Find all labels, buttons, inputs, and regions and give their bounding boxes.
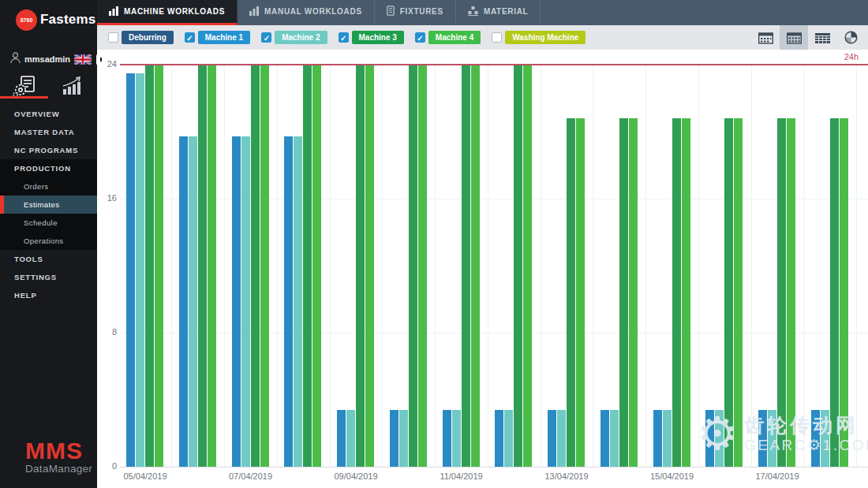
filter-chip[interactable]: Machine 1 [198,31,250,44]
bar-machine-4 [365,65,374,467]
tab-bar: MACHINE WORKLOADSMANUAL WORKLOADSFIXTURE… [97,0,868,25]
sidebar-item-operations[interactable]: Operations [0,232,97,250]
sidebar-item-estimates[interactable]: Estimates [0,196,97,214]
bar-machine-1 [600,410,609,467]
fastems-logo: 8760 Fastems [0,6,97,33]
vertical-gridline [541,65,541,467]
filter-machine-4: Machine 4 [415,31,481,44]
bar-machine-3 [303,65,312,467]
logout-icon[interactable] [95,54,109,65]
active-module-underline [0,96,48,99]
bar-machine-2 [294,136,302,467]
filter-chip[interactable]: Machine 2 [275,31,327,44]
bar-machine-1 [443,410,451,467]
bar-machine-1 [548,410,556,467]
bar-machine-2 [504,410,513,467]
tab-material[interactable]: MATERIAL [456,0,541,25]
bar-machine-4 [840,118,848,467]
bar-machine-2 [557,410,566,467]
tab-fixtures[interactable]: FIXTURES [375,0,456,25]
reports-module-icon[interactable] [48,73,96,99]
bar-machine-3 [198,65,207,467]
vertical-gridline [330,65,331,467]
filter-chip[interactable]: Machine 4 [428,31,481,44]
material-icon [468,6,478,17]
vertical-gridline [803,65,804,467]
bar-machine-4 [734,118,743,467]
capacity-line-label: 24h [844,52,859,61]
x-axis-line [120,467,868,468]
bar-machine-1 [179,136,188,467]
sidebar-item-help[interactable]: HELP [0,286,97,304]
bar-chart-icon [249,6,259,17]
uk-flag-icon[interactable] [74,54,92,65]
sidebar-item-orders[interactable]: Orders [0,177,97,196]
filter-checkbox[interactable] [415,32,425,43]
bar-machine-3 [356,65,365,467]
datamanager-text: DataManager [25,463,92,475]
bar-machine-3 [672,118,681,467]
filter-checkbox[interactable] [492,32,502,43]
bar-machine-4 [629,118,638,467]
vertical-gridline [751,65,752,467]
mms-logo-text: MMS [25,439,92,463]
bar-machine-1 [390,410,398,467]
user-icon [10,52,21,67]
bar-machine-3 [462,65,470,467]
bar-machine-3 [409,65,417,467]
vertical-gridline [488,65,488,467]
bar-machine-2 [346,410,355,467]
filter-checkbox[interactable] [339,32,349,43]
calendar-compact-icon[interactable] [751,25,780,50]
bar-machine-3 [830,118,839,467]
sidebar-item-nc-programs[interactable]: NC PROGRAMS [0,141,97,159]
filter-washing-machine: Washing Machine [492,31,586,44]
bar-machine-3 [619,118,628,467]
bar-machine-1 [284,136,293,467]
vertical-gridline [593,65,593,467]
vertical-gridline [224,65,225,467]
tab-label: MANUAL WORKLOADS [264,7,362,16]
bar-machine-1 [337,410,346,467]
calendar-week-icon[interactable] [780,25,808,50]
tab-machine-workloads[interactable]: MACHINE WORKLOADS [97,0,238,25]
sidebar-item-schedule[interactable]: Schedule [0,214,97,232]
fixture-icon [387,6,395,17]
bar-machine-3 [777,118,786,467]
sidebar-item-tools[interactable]: TOOLS [0,250,97,268]
filter-deburring: Deburring [108,31,174,44]
bar-machine-2 [399,410,408,467]
bar-machine-4 [312,65,321,467]
calendar-dense-icon[interactable] [808,25,836,50]
module-switcher [0,73,97,99]
bar-machine-3 [724,118,733,467]
capacity-line [120,64,868,65]
pie-view-icon[interactable] [836,25,865,50]
bar-machine-2 [663,410,672,467]
filter-chip[interactable]: Machine 3 [352,31,404,44]
filter-checkbox[interactable] [108,32,118,43]
sidebar-item-production[interactable]: PRODUCTION [0,159,97,177]
filter-checkbox[interactable] [185,32,195,43]
sidebar-item-master-data[interactable]: MASTER DATA [0,123,97,141]
vertical-gridline [171,65,172,467]
filter-checkbox[interactable] [261,32,271,43]
bar-machine-4 [418,65,427,467]
bar-machine-1 [653,410,662,467]
x-axis-label: 11/04/2019 [426,471,497,481]
bar-machine-3 [145,65,154,467]
x-axis-label: 07/04/2019 [215,471,286,481]
sidebar-item-overview[interactable]: OVERVIEW [0,105,97,123]
filter-chip[interactable]: Deburring [122,31,174,44]
filter-chip[interactable]: Washing Machine [505,31,586,44]
bar-machine-3 [514,65,522,467]
sidebar-menu: OVERVIEWMASTER DATANC PROGRAMSPRODUCTION… [0,105,97,304]
tab-manual-workloads[interactable]: MANUAL WORKLOADS [238,0,375,25]
fastems-logo-text: Fastems [40,12,95,28]
bar-machine-4 [682,118,690,467]
bar-machine-2 [189,136,197,467]
sidebar-item-settings[interactable]: SETTINGS [0,268,97,286]
vertical-gridline [435,65,436,467]
production-module-icon[interactable] [0,73,48,99]
bar-machine-2 [452,410,461,467]
